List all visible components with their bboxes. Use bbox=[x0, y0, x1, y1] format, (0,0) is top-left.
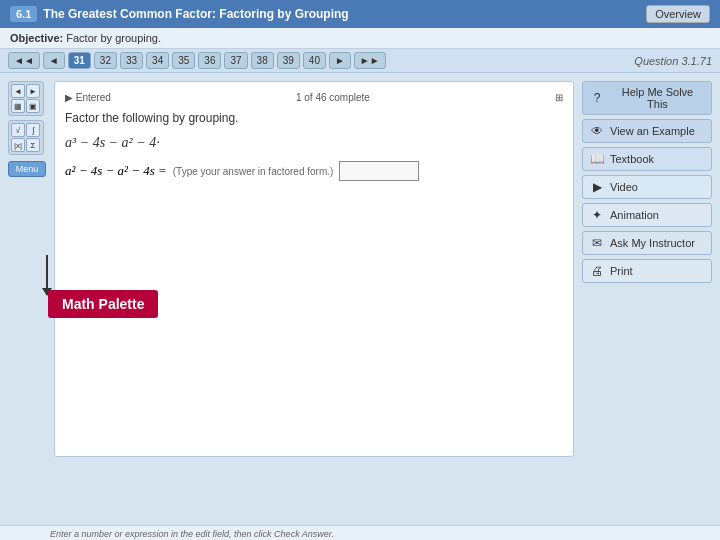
ask-label: Ask My Instructor bbox=[610, 237, 695, 249]
overview-button[interactable]: Overview bbox=[646, 5, 710, 23]
main-area: ◄ ► ▦ ▣ √ ∫ |x| Σ Menu ▶ Entered 1 of 46… bbox=[0, 73, 720, 465]
nav-prev[interactable]: ◄ bbox=[43, 52, 65, 69]
tool-btn-8[interactable]: Σ bbox=[26, 138, 40, 152]
nav-page-34[interactable]: 34 bbox=[146, 52, 169, 69]
nav-page-35[interactable]: 35 bbox=[172, 52, 195, 69]
ask-icon: ✉ bbox=[589, 236, 605, 250]
nav-page-40[interactable]: 40 bbox=[303, 52, 326, 69]
animation-icon: ✦ bbox=[589, 208, 605, 222]
video-button[interactable]: ▶ Video bbox=[582, 175, 712, 199]
tool-btn-4[interactable]: ▣ bbox=[26, 99, 40, 113]
nav-page-31[interactable]: 31 bbox=[68, 52, 91, 69]
print-label: Print bbox=[610, 265, 633, 277]
nav-page-38[interactable]: 38 bbox=[251, 52, 274, 69]
help-label: Help Me Solve This bbox=[610, 86, 705, 110]
nav-first[interactable]: ◄◄ bbox=[8, 52, 40, 69]
textbook-label: Textbook bbox=[610, 153, 654, 165]
nav-next[interactable]: ► bbox=[329, 52, 351, 69]
nav-page-36[interactable]: 36 bbox=[198, 52, 221, 69]
ask-instructor-button[interactable]: ✉ Ask My Instructor bbox=[582, 231, 712, 255]
tool-btn-5[interactable]: √ bbox=[11, 123, 25, 137]
progress-indicator: ▶ Entered bbox=[65, 92, 111, 103]
nav-page-33[interactable]: 33 bbox=[120, 52, 143, 69]
expand-icon[interactable]: ⊞ bbox=[555, 92, 563, 103]
top-bar: 6.1 The Greatest Common Factor: Factorin… bbox=[0, 0, 720, 28]
nav-bar: ◄◄ ◄ 31 32 33 34 35 36 37 38 39 40 ► ►► … bbox=[0, 49, 720, 73]
answer-input-box[interactable] bbox=[339, 161, 419, 181]
content-header: ▶ Entered 1 of 46 complete ⊞ bbox=[65, 92, 563, 103]
example-icon: 👁 bbox=[589, 124, 605, 138]
nav-page-39[interactable]: 39 bbox=[277, 52, 300, 69]
video-label: Video bbox=[610, 181, 638, 193]
objective-text: Factor by grouping. bbox=[66, 32, 161, 44]
nav-page-37[interactable]: 37 bbox=[224, 52, 247, 69]
video-icon: ▶ bbox=[589, 180, 605, 194]
menu-button[interactable]: Menu bbox=[8, 161, 46, 177]
tool-btn-6[interactable]: ∫ bbox=[26, 123, 40, 137]
print-icon: 🖨 bbox=[589, 264, 605, 278]
nav-last[interactable]: ►► bbox=[354, 52, 386, 69]
tool-btn-7[interactable]: |x| bbox=[11, 138, 25, 152]
problem-instruction: Factor the following by grouping. bbox=[65, 111, 563, 125]
animation-label: Animation bbox=[610, 209, 659, 221]
animation-button[interactable]: ✦ Animation bbox=[582, 203, 712, 227]
question-label: Question 3.1.71 bbox=[634, 55, 712, 67]
content-panel: ▶ Entered 1 of 46 complete ⊞ Factor the … bbox=[54, 81, 574, 457]
math-palette-arrow bbox=[46, 255, 48, 295]
answer-line: a² − 4s − a² − 4s = (Type your answer in… bbox=[65, 161, 563, 181]
textbook-button[interactable]: 📖 Textbook bbox=[582, 147, 712, 171]
bottom-info: Enter a number or expression in the edit… bbox=[0, 525, 720, 540]
help-icon: ? bbox=[589, 91, 605, 105]
section-number: 6.1 bbox=[10, 6, 37, 22]
left-tools: ◄ ► ▦ ▣ √ ∫ |x| Σ Menu bbox=[8, 81, 46, 457]
progress-count: 1 of 46 complete bbox=[296, 92, 370, 103]
example-label: View an Example bbox=[610, 125, 695, 137]
answer-hint: (Type your answer in factored form.) bbox=[173, 166, 334, 177]
textbook-icon: 📖 bbox=[589, 152, 605, 166]
expression-prefix: a² − 4s − a² − 4s = bbox=[65, 163, 167, 179]
tool-group-2: √ ∫ |x| Σ bbox=[8, 120, 44, 155]
tool-group-1: ◄ ► ▦ ▣ bbox=[8, 81, 44, 116]
tool-btn-3[interactable]: ▦ bbox=[11, 99, 25, 113]
section-title: The Greatest Common Factor: Factoring by… bbox=[43, 7, 348, 21]
objective-bar: Objective: Factor by grouping. bbox=[0, 28, 720, 49]
right-sidebar: ? Help Me Solve This 👁 View an Example 📖… bbox=[582, 81, 712, 457]
math-palette-label[interactable]: Math Palette bbox=[48, 290, 158, 318]
print-button[interactable]: 🖨 Print bbox=[582, 259, 712, 283]
tool-btn-2[interactable]: ► bbox=[26, 84, 40, 98]
math-expression-1: a³ − 4s − a² − 4· bbox=[65, 135, 563, 151]
view-example-button[interactable]: 👁 View an Example bbox=[582, 119, 712, 143]
nav-page-32[interactable]: 32 bbox=[94, 52, 117, 69]
tool-btn-1[interactable]: ◄ bbox=[11, 84, 25, 98]
help-me-solve-button[interactable]: ? Help Me Solve This bbox=[582, 81, 712, 115]
objective-label: Objective: bbox=[10, 32, 63, 44]
